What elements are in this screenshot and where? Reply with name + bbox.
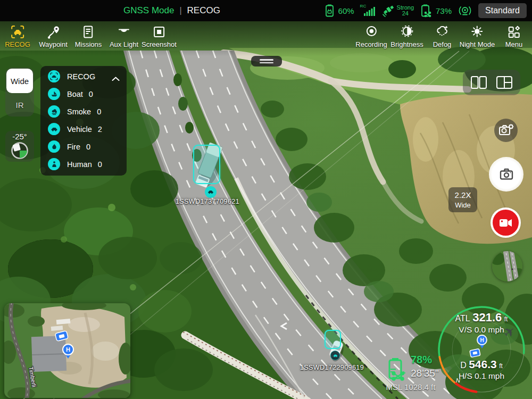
recog-icon: [10, 24, 26, 40]
brightness-icon: [399, 24, 415, 40]
gimbal-tracking-icon: [458, 3, 472, 18]
recog-row-label: Fire: [67, 143, 80, 151]
toolbar-night-mode[interactable]: Night Mode: [460, 24, 495, 48]
camera-settings-button[interactable]: [494, 119, 518, 142]
toolbar-menu-label: Menu: [505, 40, 523, 48]
recog-row-count: 0: [97, 107, 101, 116]
recog-row-label: Human: [67, 160, 92, 169]
detection-bbox-truck[interactable]: [193, 145, 220, 184]
human-icon: [48, 158, 60, 170]
boat-icon: [48, 88, 60, 100]
mode-readout: GNSS Mode | RECOG: [123, 0, 220, 21]
detection-badge-vehicle-icon: [330, 351, 340, 360]
toolbar-waypoint-label: Waypoint: [39, 40, 68, 48]
altitude-value: 321.6: [472, 311, 502, 324]
satellite-icon: [382, 4, 395, 18]
recog-row-smoke[interactable]: Smoke 0: [40, 103, 127, 120]
recog-panel-header[interactable]: RECOG: [40, 68, 127, 85]
gimbal-pitch-value: -25°: [5, 132, 34, 141]
toolbar-defog[interactable]: Defog: [433, 24, 452, 48]
flight-mode-button[interactable]: Standard: [478, 3, 527, 18]
recog-row-vehicle[interactable]: Vehicle 2: [40, 120, 127, 138]
drone-battery-status: 73%: [420, 4, 452, 18]
rc-battery-status: 60%: [323, 4, 354, 18]
smoke-icon: [48, 105, 60, 118]
aux-light-icon: [116, 24, 132, 40]
mode-separator: |: [179, 6, 181, 15]
drone-battery-large-icon: [386, 358, 409, 382]
recording-icon: [363, 24, 379, 40]
toolbar-missions-label: Missions: [75, 40, 102, 48]
distance-unit: ft: [499, 362, 503, 370]
gimbal-pitch-indicator: -25°: [5, 131, 34, 162]
media-gallery-thumbnail[interactable]: [492, 251, 522, 281]
recog-row-label: Boat: [67, 90, 83, 98]
zoom-indicator[interactable]: 2.2X Wide: [448, 187, 477, 212]
rc-battery-icon: [323, 4, 336, 18]
horizontal-speed-readout: H/S 0.1 mph: [431, 371, 532, 381]
distance-label: D: [460, 361, 467, 370]
msl-altitude: MSL 1028.4 ft: [373, 383, 448, 392]
toolbar-screenshot[interactable]: Screenshot: [142, 24, 177, 48]
view-layout-switcher: [463, 70, 520, 95]
zoom-factor: 2.2X: [448, 190, 477, 200]
rc-signal-status: RC: [360, 4, 376, 17]
gnss-signal-status: Strong 24: [382, 4, 414, 18]
recog-row-count: 0: [98, 160, 102, 169]
altitude-unit: ft: [504, 315, 508, 323]
toolbar-menu[interactable]: Menu: [505, 24, 523, 48]
toolbar-recording[interactable]: Recording: [355, 24, 387, 48]
svg-text:H: H: [66, 346, 70, 353]
camera-lens-selector: Wide IR: [5, 68, 34, 117]
chevron-up-icon[interactable]: [112, 74, 120, 84]
detection-badge-vehicle-icon: [205, 186, 217, 198]
detection-bbox-car[interactable]: [325, 330, 341, 349]
gimbal-attitude-icon: [9, 140, 30, 161]
recog-panel: RECOG Boat 0 Smoke: [40, 66, 127, 176]
fire-icon: [48, 140, 60, 153]
record-button[interactable]: [493, 210, 519, 236]
minimap[interactable]: Timberli H: [4, 303, 130, 398]
telemetry-readout: ATL 321.6 ft V/S 0.0 mph D 546.3 ft H/S …: [431, 311, 532, 381]
altitude-label: ATL: [455, 314, 470, 323]
distance-value: 546.3: [469, 358, 497, 370]
panel-drag-handle[interactable]: [251, 56, 282, 66]
recog-row-label: Smoke: [67, 107, 91, 116]
toolbar-brightness[interactable]: Brightness: [390, 24, 423, 48]
recog-row-boat[interactable]: Boat 0: [40, 85, 127, 103]
recog-row-count: 0: [86, 143, 90, 151]
distance-readout: D 546.3 ft: [431, 358, 532, 371]
toolbar-aux-light[interactable]: Aux Light: [110, 24, 138, 48]
zoom-lens: Wide: [448, 200, 477, 210]
satellite-count: 24: [402, 11, 409, 16]
recog-category-icon: [48, 70, 60, 82]
video-camera-icon: [499, 218, 513, 228]
shutter-button[interactable]: [492, 160, 521, 189]
toolbar-recog-label: RECOG: [5, 40, 30, 48]
camera-settings-icon: [497, 121, 515, 139]
recog-row-label: Vehicle: [67, 125, 92, 134]
camera-mode-label: RECOG: [187, 5, 220, 16]
drone-app-screen: GNSS Mode | RECOG 60% RC: [0, 0, 532, 399]
recog-row-human[interactable]: Human 0: [40, 155, 127, 173]
screenshot-icon: [151, 24, 167, 40]
menu-icon: [506, 24, 522, 40]
rc-signal-label: RC: [360, 4, 367, 9]
drone-battery-icon: [420, 4, 434, 18]
wide-camera-button[interactable]: Wide: [6, 69, 33, 93]
recog-row-fire[interactable]: Fire 0: [40, 138, 127, 155]
photo-camera-icon: [498, 167, 514, 182]
split-view-icon[interactable]: [495, 75, 513, 90]
detection-id-label: 1SSWD1737709621: [176, 198, 239, 205]
toolbar-defog-label: Defog: [433, 40, 452, 48]
toolbar-waypoint[interactable]: Waypoint: [39, 24, 68, 48]
toolbar-recog[interactable]: RECOG: [5, 24, 30, 48]
dual-view-icon[interactable]: [470, 75, 488, 90]
gnss-mode-label: GNSS Mode: [123, 5, 174, 16]
defog-icon: [434, 24, 450, 40]
top-status-bar: GNSS Mode | RECOG 60% RC: [0, 0, 532, 21]
ir-camera-button[interactable]: IR: [5, 97, 34, 112]
altitude-readout: ATL 321.6 ft: [431, 311, 532, 325]
toolbar-missions[interactable]: Missions: [75, 24, 102, 48]
missions-icon: [80, 24, 96, 40]
